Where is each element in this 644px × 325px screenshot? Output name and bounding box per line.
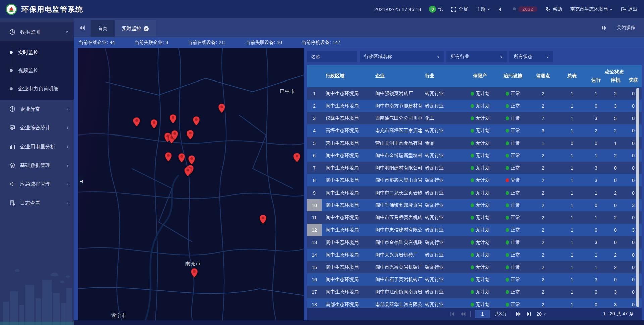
cell-index: 12 xyxy=(307,224,322,236)
map-pin-icon[interactable] xyxy=(293,153,301,163)
cell-region: 阆中生态环境局 xyxy=(322,273,372,286)
table-row[interactable]: 11阆中生态环境局阆中市五马桥页岩机砖砖瓦行业无计划正常21120 xyxy=(307,211,642,224)
map-pin-icon[interactable] xyxy=(218,103,225,113)
table-row[interactable]: 2阆中生态环境局阆中市南方节能建材有砖瓦行业无计划正常21030 xyxy=(307,100,642,112)
cell-region: 阆中生态环境局 xyxy=(322,174,372,186)
sidebar-item[interactable]: 企业用电量分析 xyxy=(0,137,74,156)
table-row[interactable]: 3仪陇生态环境局西南油气田分公司川中化工无计划正常71350 xyxy=(307,112,642,124)
table-row[interactable]: 6阆中生态环境局阆中市金博瑞新型墙材砖瓦行业无计划正常21120 xyxy=(307,149,642,162)
stat-label: 当前在线企业: xyxy=(78,40,108,45)
col-region: 行政区域 xyxy=(322,65,372,87)
table-row[interactable]: 8阆中生态环境局阆中市枣碧大梁山页岩砖瓦行业无计划异常21300 xyxy=(307,174,642,186)
cell-region: 阆中生态环境局 xyxy=(322,100,372,112)
table-row[interactable]: 10阆中生态环境局阆中千佛镇五郎垭页岩砖瓦行业无计划正常21003 xyxy=(307,199,642,211)
cell-points: 2 xyxy=(528,162,558,174)
sidebar-item[interactable]: 基础数据管理 xyxy=(0,156,74,175)
map-pin-icon[interactable] xyxy=(169,114,177,124)
cell-company: 阆中强锐页岩砖厂 xyxy=(372,87,423,100)
sidebar-subitem[interactable]: 视频监控 xyxy=(0,61,74,79)
table-row[interactable]: 12阆中生态环境局阆中市忠信建材有限公砖瓦行业无计划正常21003 xyxy=(307,224,642,236)
theme-dropdown[interactable]: 主题 xyxy=(476,6,490,12)
status-dot-icon xyxy=(506,303,509,307)
next-page-button[interactable] xyxy=(516,311,522,317)
table-row[interactable]: 1阆中生态环境局阆中强锐页岩砖厂砖瓦行业无计划正常21120 xyxy=(307,87,642,100)
table-row[interactable]: 15阆中生态环境局阆中市光富页岩机砖厂砖瓦行业无计划正常21120 xyxy=(307,261,642,273)
map-pin-icon[interactable] xyxy=(186,130,194,140)
status-dot-icon xyxy=(506,166,509,170)
chevron-left-icon xyxy=(67,201,68,205)
cell-points: 3 xyxy=(528,124,558,137)
tab-scroll-right-button[interactable] xyxy=(601,25,607,31)
cell-run: 1 xyxy=(586,149,606,162)
cell-lost: 0 xyxy=(625,87,642,100)
table-row[interactable]: 7阆中生态环境局阆中明阳建材有限公司砖瓦行业无计划正常21300 xyxy=(307,162,642,174)
cell-index: 3 xyxy=(307,112,322,124)
col-meters: 总表 xyxy=(558,65,586,87)
cell-industry: 砖瓦行业 xyxy=(423,124,463,137)
prev-page-button[interactable] xyxy=(460,311,466,317)
close-operations-button[interactable]: 关闭操作 xyxy=(616,25,635,31)
map-pin-icon[interactable] xyxy=(171,130,178,140)
first-page-button[interactable] xyxy=(449,311,455,317)
tab-label: 实时监控 xyxy=(122,25,141,32)
col-point-status: 点位状态 xyxy=(586,69,642,75)
industry-filter-select[interactable]: 所有行业 ∨ xyxy=(446,51,507,62)
cell-index: 5 xyxy=(307,137,322,149)
table-row[interactable]: 18南部生态环境局南部县双华土河有限公砖瓦行业无计划正常21030 xyxy=(307,298,642,308)
map-pin-icon[interactable] xyxy=(188,155,195,165)
sidebar-item[interactable]: 企业异常 xyxy=(0,100,74,118)
fullscreen-button[interactable]: 全屏 xyxy=(451,6,468,12)
tab-首页[interactable]: 首页 xyxy=(91,20,115,37)
status-dot-icon xyxy=(506,240,509,245)
map-pin-icon[interactable] xyxy=(150,119,158,129)
map-collapse-handle[interactable]: ◀ xyxy=(78,176,84,186)
status-dot-icon xyxy=(506,116,509,120)
sidebar-item[interactable]: 应急减排管理 xyxy=(0,175,74,194)
logout-button[interactable]: 退出 xyxy=(621,6,637,12)
table-row[interactable]: 9阆中生态环境局阆中市二龙长宝页岩砖砖瓦行业无计划正常21120 xyxy=(307,186,642,199)
tab-实时监控[interactable]: 实时监控× xyxy=(115,20,156,37)
map-pin-icon[interactable] xyxy=(178,153,185,163)
chevron-down-icon: ∨ xyxy=(500,54,503,59)
map-panel[interactable]: 巴中市南充市遂宁市 ◀ xyxy=(78,48,304,320)
table-row[interactable]: 14阆中生态环境局阆中大兴页岩机砖厂砖瓦行业无计划正常21120 xyxy=(307,249,642,261)
map-pin-icon[interactable] xyxy=(259,214,267,224)
monitor-panel: 行政区域名称 ∨ 所有行业 ∨ 所有状态 ∨ xyxy=(307,48,644,320)
help-button[interactable]: 帮助 xyxy=(545,6,562,12)
notification-bell[interactable]: 2632 xyxy=(512,6,537,12)
status-dot-icon xyxy=(471,178,474,182)
table-row[interactable]: 17阆中生态环境局阆中市江南镇阆南页岩砖瓦行业无计划正常21030 xyxy=(307,286,642,298)
tab-scroll-left-button[interactable] xyxy=(74,25,91,31)
table-row[interactable]: 4高坪生态环境局南充市高坪区王家店建砖瓦行业无计划正常31220 xyxy=(307,124,642,137)
name-filter-input[interactable] xyxy=(307,51,357,62)
page-input[interactable] xyxy=(475,310,490,318)
sidebar-subitem[interactable]: 企业电力负荷明细 xyxy=(0,79,74,98)
map-pin-icon[interactable] xyxy=(184,167,192,177)
mute-speaker-icon[interactable] xyxy=(498,7,503,12)
cell-lost: 0 xyxy=(625,137,642,149)
map-pin-icon[interactable] xyxy=(165,152,172,162)
table-row[interactable]: 16阆中生态环境局阆中市石子页岩机砖厂砖瓦行业无计划正常21300 xyxy=(307,273,642,286)
sidebar-subitem[interactable]: 实时监控 xyxy=(0,43,74,61)
sidebar-item[interactable]: 日志查看 xyxy=(0,194,74,212)
page-size-select[interactable]: 20 ∨ xyxy=(536,311,546,317)
close-icon[interactable]: × xyxy=(144,26,149,31)
sidebar-item[interactable]: 数据监测 xyxy=(0,22,74,41)
cell-meters: 1 xyxy=(558,174,586,186)
cell-meters: 1 xyxy=(558,100,586,112)
bullet-icon xyxy=(10,69,13,72)
cell-run: 1 xyxy=(586,87,606,100)
col-stop: 停机 xyxy=(606,77,625,83)
table-row[interactable]: 13阆中生态环境局阆中市金福旺页岩机砖砖瓦行业无计划正常21300 xyxy=(307,236,642,249)
map-pin-icon[interactable] xyxy=(191,268,198,278)
sidebar-item[interactable]: 企业综合统计 xyxy=(0,118,74,137)
table-scrollbar[interactable] xyxy=(636,88,639,307)
table-row[interactable]: 5营山生态环境局营山县润丰肉食品有限食品无计划正常10010 xyxy=(307,137,642,149)
status-filter-select[interactable]: 所有状态 ∨ xyxy=(509,51,553,62)
map-pin-icon[interactable] xyxy=(133,117,140,127)
map-pin-icon[interactable] xyxy=(193,116,200,126)
cell-stop: 2 xyxy=(606,249,625,261)
org-dropdown[interactable]: 南充市生态环境局 xyxy=(570,6,612,12)
region-filter-select[interactable]: 行政区域名称 ∨ xyxy=(360,51,444,62)
last-page-button[interactable] xyxy=(526,311,532,317)
